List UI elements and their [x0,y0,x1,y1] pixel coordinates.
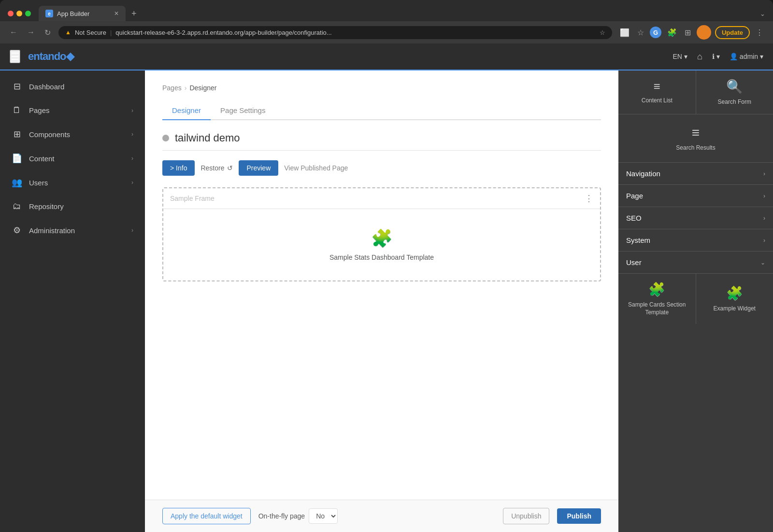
g-icon[interactable]: G [650,27,661,38]
section-system[interactable]: System › [618,229,773,252]
unpublish-button[interactable]: Unpublish [503,508,549,524]
refresh-button[interactable]: ↻ [43,26,53,39]
tabs-row: Designer Page Settings [162,101,601,120]
browser-menu-icon[interactable]: ⊞ [683,26,693,39]
section-user[interactable]: User ⌄ [618,252,773,274]
info-button[interactable]: > Info [162,160,195,176]
brand-logo: entando◆ [28,50,74,63]
breadcrumb-separator: › [185,84,187,92]
forward-button[interactable]: → [25,26,37,39]
designer-panel: Pages › Designer Designer Page Settings … [145,70,618,532]
user-widget-grid: 🧩 Sample Cards Section Template 🧩 Exampl… [618,274,773,324]
frame-container: Sample Frame ⋮ 🧩 Sample Stats Dashboard … [162,187,601,281]
page-title-row: tailwind demo [162,132,601,151]
bottom-bar: Apply the default widget On-the-fly page… [145,500,618,532]
frame-content: 🧩 Sample Stats Dashboard Template [163,209,600,280]
star-icon[interactable]: ☆ [635,26,646,39]
widget-content-list-label: Content List [642,97,673,105]
content-chevron-icon: › [131,155,133,162]
administration-chevron-icon: › [131,227,133,234]
maximize-traffic-light[interactable] [25,11,31,16]
widget-content-list[interactable]: ≡ Content List [618,70,696,114]
widget-search-results[interactable]: ≡ Search Results [618,114,773,163]
puzzle-extension-icon[interactable]: 🧩 [665,26,679,39]
profile-avatar[interactable] [697,25,711,40]
breadcrumb: Pages › Designer [162,84,601,92]
components-chevron-icon: › [131,131,133,138]
address-bar[interactable]: ▲ Not Secure | quickstart-release-e6-3-2… [58,26,612,39]
widget-sample-cards[interactable]: 🧩 Sample Cards Section Template [618,274,696,324]
sidebar: ⊟ Dashboard 🗒 Pages › ⊞ Components › 📄 C… [0,70,145,532]
section-seo-label: SEO [626,214,642,222]
restore-label: Restore [200,164,224,172]
publish-button[interactable]: Publish [557,508,601,524]
section-user-label: User [626,258,642,266]
security-warning-icon: ▲ [65,29,71,36]
tab-page-settings[interactable]: Page Settings [211,101,275,120]
content-area: Pages › Designer Designer Page Settings … [145,70,773,532]
update-button[interactable]: Update [715,26,750,39]
section-page[interactable]: Page › [618,185,773,207]
sidebar-item-components[interactable]: ⊞ Components › [0,122,145,146]
browser-titlebar: e App Builder ✕ + ⌄ [0,0,773,21]
help-dropdown[interactable]: ℹ ▾ [712,53,720,60]
traffic-lights [8,11,31,16]
components-icon: ⊞ [12,129,22,140]
widget-panel: ≡ Content List 🔍 Search Form ≡ Search Re… [618,70,773,532]
admin-dropdown[interactable]: 👤 admin ▾ [730,53,763,60]
top-widget-grid: ≡ Content List 🔍 Search Form [618,70,773,114]
more-options-icon[interactable]: ⋮ [754,26,765,39]
close-traffic-light[interactable] [8,11,14,16]
sidebar-label-users: Users [29,179,125,187]
widget-search-form[interactable]: 🔍 Search Form [696,70,773,114]
page-title: tailwind demo [175,132,240,144]
pages-chevron-icon: › [131,107,133,114]
tab-close-icon[interactable]: ✕ [114,10,119,17]
section-seo[interactable]: SEO › [618,207,773,229]
screen-icon[interactable]: ⬜ [618,26,631,39]
frame-menu-button[interactable]: ⋮ [585,193,593,204]
sidebar-label-pages: Pages [29,106,125,114]
tab-favicon: e [45,10,53,17]
url-text: quickstart-release-e6-3-2.apps.rd.entand… [115,29,596,36]
sidebar-label-components: Components [29,130,125,139]
example-widget-icon: 🧩 [726,285,743,301]
top-nav-right: EN ▾ ⌂ ℹ ▾ 👤 admin ▾ [673,52,763,62]
preview-button[interactable]: Preview [239,160,278,176]
apply-default-button[interactable]: Apply the default widget [162,508,251,524]
frame-header: Sample Frame ⋮ [163,188,600,209]
navigation-arrow-icon: › [763,170,765,177]
section-navigation[interactable]: Navigation › [618,163,773,185]
sidebar-item-pages[interactable]: 🗒 Pages › [0,98,145,122]
tab-label: App Builder [57,10,89,17]
tab-designer[interactable]: Designer [162,101,211,120]
sidebar-item-content[interactable]: 📄 Content › [0,146,145,170]
widget-example[interactable]: 🧩 Example Widget [696,274,773,324]
restore-button[interactable]: Restore ↺ [200,164,233,172]
browser-tab[interactable]: e App Builder ✕ [39,6,126,21]
page-arrow-icon: › [763,193,765,199]
back-button[interactable]: ← [8,26,19,39]
sidebar-item-repository[interactable]: 🗂 Repository [0,195,145,218]
bookmark-icon[interactable]: ☆ [600,29,605,36]
new-tab-icon[interactable]: + [131,9,137,19]
hamburger-button[interactable]: ☰ [10,50,20,63]
widget-sample-cards-label: Sample Cards Section Template [626,301,688,316]
sidebar-item-dashboard[interactable]: ⊟ Dashboard [0,74,145,98]
view-published-button[interactable]: View Published Page [284,164,348,172]
sample-cards-icon: 🧩 [648,281,665,297]
breadcrumb-current: Designer [189,84,216,92]
section-system-label: System [626,236,650,244]
sidebar-label-dashboard: Dashboard [29,83,133,91]
on-the-fly-select[interactable]: No [309,508,338,524]
action-row: > Info Restore ↺ Preview View Published … [162,160,601,176]
minimize-traffic-light[interactable] [16,11,22,16]
not-secure-label: Not Secure [75,29,106,36]
app-container: ☰ entando◆ EN ▾ ⌂ ℹ ▾ 👤 admin ▾ ⊟ [0,43,773,532]
sidebar-item-users[interactable]: 👥 Users › [0,170,145,195]
breadcrumb-root[interactable]: Pages [162,84,182,92]
seo-arrow-icon: › [763,215,765,222]
sidebar-item-administration[interactable]: ⚙ Administration › [0,218,145,242]
language-dropdown[interactable]: EN ▾ [673,53,687,60]
home-icon[interactable]: ⌂ [697,52,702,62]
